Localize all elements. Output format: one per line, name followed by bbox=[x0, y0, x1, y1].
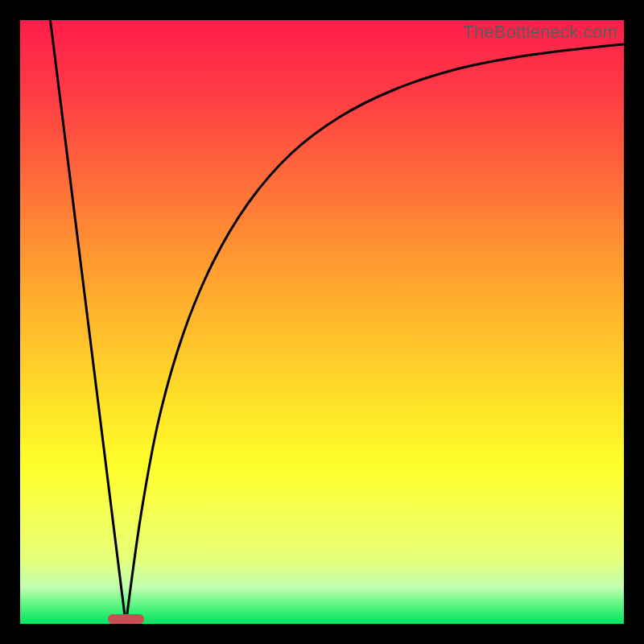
series-right-curve bbox=[126, 44, 624, 624]
min-marker bbox=[108, 614, 144, 624]
series-left-v bbox=[51, 20, 126, 624]
plot-area: TheBottleneck.com bbox=[20, 20, 624, 624]
chart-lines bbox=[20, 20, 624, 624]
chart-frame: TheBottleneck.com bbox=[0, 0, 644, 644]
